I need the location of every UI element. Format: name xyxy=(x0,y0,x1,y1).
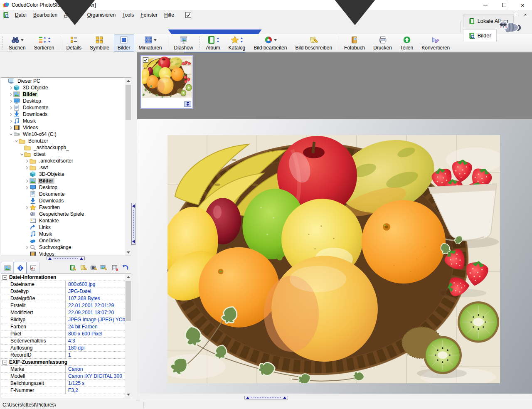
tree-item-downloads[interactable]: Downloads xyxy=(1,197,131,204)
tree-item-dokumente[interactable]: Dokumente xyxy=(1,104,131,111)
scroll-down-icon[interactable] xyxy=(125,392,131,398)
tree-item-videos[interactable]: Videos xyxy=(1,251,131,256)
toolbar-album-button[interactable]: Album xyxy=(202,34,224,52)
tree-item-musik[interactable]: Musik xyxy=(1,231,131,237)
links-icon xyxy=(30,224,36,231)
expand-chevron-icon[interactable] xyxy=(25,206,30,209)
toolbar-grip[interactable] xyxy=(1,36,3,49)
thumbnail-expand-button[interactable] xyxy=(184,101,191,107)
collapse-toggle[interactable]: − xyxy=(2,275,7,280)
edit-book-pencil-button[interactable] xyxy=(68,263,77,272)
info-tab-picture[interactable] xyxy=(1,262,14,274)
thumbnail-checkbox[interactable] xyxy=(143,57,148,63)
expand-chevron-icon[interactable] xyxy=(8,119,13,123)
expand-chevron-icon[interactable] xyxy=(25,179,30,183)
scroll-up-icon[interactable] xyxy=(125,78,131,84)
tree-item-benutzer[interactable]: Benutzer xyxy=(1,138,131,144)
toolbar-symbole-button[interactable]: Symbole xyxy=(86,34,113,52)
tree-item-suchvorg-nge[interactable]: Suchvorgänge xyxy=(1,244,131,251)
toolbar-bilder-button[interactable]: Bilder xyxy=(114,34,134,52)
tree-item-musik[interactable]: Musik xyxy=(1,118,131,124)
toolbar-suchen-button[interactable]: Suchen xyxy=(5,34,30,52)
edit-undo-button[interactable] xyxy=(121,263,130,272)
toolbar-grip[interactable] xyxy=(199,36,201,49)
close-button[interactable]: × xyxy=(513,0,532,10)
bottom-splitter[interactable] xyxy=(244,396,288,399)
edit-note-pencil-sm-button[interactable] xyxy=(79,263,88,272)
tree-item-swt[interactable]: .swt xyxy=(1,164,131,171)
expand-chevron-icon[interactable] xyxy=(8,93,13,96)
minimize-button[interactable] xyxy=(476,0,495,10)
image-view-area xyxy=(137,119,532,394)
toolbar-details-button[interactable]: Details xyxy=(62,34,85,52)
scroll-up-icon[interactable] xyxy=(125,274,131,280)
info-scrollbar[interactable] xyxy=(125,274,131,398)
tree-item-amokexifsorter[interactable]: .amokexifsorter xyxy=(1,158,131,164)
toolbar-konvertieren-button[interactable]: Konvertieren xyxy=(418,34,453,52)
toolbar-bild-beschreiben-button[interactable]: Bild beschreiben xyxy=(291,34,336,52)
toolbar-katalog-button[interactable]: Katalog xyxy=(225,34,249,52)
tree-item-dokumente[interactable]: Dokumente xyxy=(1,191,131,197)
quick-folder-open-button[interactable] xyxy=(282,0,420,27)
expand-chevron-icon[interactable] xyxy=(8,86,13,90)
info-row-bildtyp: Bildtyp JPEG Image (JPEG) YCbCr xyxy=(1,316,131,323)
toolbar-diashow-button[interactable]: Diashow xyxy=(170,34,197,52)
tree-info-splitter[interactable] xyxy=(47,256,85,260)
scrollbar-thumb[interactable] xyxy=(126,85,131,120)
expand-chevron-icon[interactable] xyxy=(8,113,13,116)
quick-book-green-button[interactable] xyxy=(2,0,140,27)
tree-item-links[interactable]: Links xyxy=(1,224,131,231)
expand-chevron-icon[interactable] xyxy=(8,133,13,136)
desktop-icon xyxy=(30,184,36,191)
tree-item-bilder[interactable]: Bilder xyxy=(1,177,131,184)
toolbar-fotobuch-button[interactable]: Fotobuch xyxy=(340,34,369,52)
thumbnail-fruit-bowl[interactable] xyxy=(140,55,193,109)
tree-item-ashbackuppb[interactable]: _ashbackuppb_ xyxy=(1,144,131,151)
expand-chevron-icon[interactable] xyxy=(8,99,13,103)
tree-item-3d-objekte[interactable]: 3D-Objekte xyxy=(1,84,131,91)
tree-item-3d-objekte[interactable]: 3D-Objekte xyxy=(1,171,131,177)
doc-icon xyxy=(13,104,20,111)
edit-image-pencil-button[interactable] xyxy=(99,263,108,272)
restore-button[interactable] xyxy=(495,0,513,10)
info-tab-histogram[interactable] xyxy=(27,262,39,274)
expand-chevron-icon[interactable] xyxy=(25,166,30,170)
tree-item-videos[interactable]: Videos xyxy=(1,124,131,131)
album-tab-bilder[interactable]: Bilder xyxy=(463,29,497,42)
tree-item-downloads[interactable]: Downloads xyxy=(1,111,131,118)
tree-item-dieser-pc[interactable]: Dieser PC xyxy=(1,78,131,84)
info-tab-info-diamond[interactable] xyxy=(14,262,27,274)
tree-item-desktop[interactable]: Desktop xyxy=(1,184,131,191)
expand-chevron-icon[interactable] xyxy=(25,246,30,249)
expand-chevron-icon[interactable] xyxy=(25,159,30,163)
tree-scrollbar[interactable] xyxy=(125,78,131,256)
tree-item-kontakte[interactable]: Kontakte xyxy=(1,217,131,224)
scroll-down-icon[interactable] xyxy=(125,249,131,256)
photo-fruit-bowl[interactable] xyxy=(167,135,500,383)
tree-item-desktop[interactable]: Desktop xyxy=(1,98,131,104)
toolbar-bild-bearbeiten-button[interactable]: Bild bearbeiten xyxy=(250,34,291,52)
tree-item-gespeicherte-spiele[interactable]: Gespeicherte Spiele xyxy=(1,211,131,217)
toolbar-drucken-button[interactable]: Drucken xyxy=(369,34,396,52)
expand-chevron-icon[interactable] xyxy=(14,139,19,143)
expand-chevron-icon[interactable] xyxy=(8,126,13,130)
scrollbar-thumb[interactable] xyxy=(126,281,131,321)
expand-chevron-icon[interactable] xyxy=(8,106,13,110)
expand-chevron-icon[interactable] xyxy=(25,186,30,190)
collapse-toggle[interactable]: − xyxy=(2,360,7,365)
edit-table-red-button[interactable] xyxy=(111,263,120,272)
edit-camera-pencil-button[interactable] xyxy=(89,263,98,272)
expand-chevron-icon[interactable] xyxy=(19,153,24,156)
toolbar-sortieren-button[interactable]: Sortieren xyxy=(30,34,58,52)
folder-icon xyxy=(30,158,36,164)
tree-item-onedrive[interactable]: OneDrive xyxy=(1,237,131,244)
tree-item-bilder[interactable]: Bilder xyxy=(1,91,131,98)
tree-item-win10-x64-c[interactable]: Win10-x64 (C:) xyxy=(1,131,131,138)
toolbar-teilen-button[interactable]: Teilen xyxy=(397,34,417,52)
picture-icon xyxy=(30,177,36,184)
tree-item-favoriten[interactable]: Favoriten xyxy=(1,204,131,211)
panel-collapse-splitter[interactable] xyxy=(131,203,135,245)
toolbar-miniaturen-button[interactable]: Miniaturen xyxy=(135,34,166,52)
tree-item-cttest[interactable]: cttest xyxy=(1,151,131,158)
folder-icon xyxy=(19,138,25,144)
